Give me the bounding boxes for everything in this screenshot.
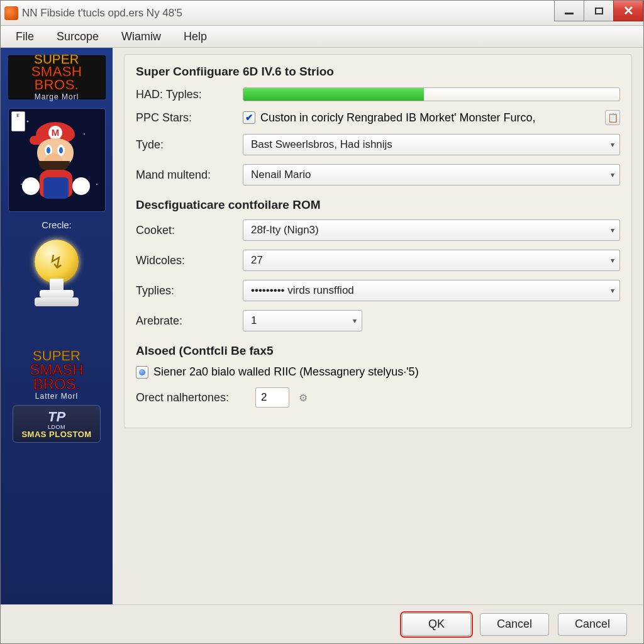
row-tyde: Tyde: Bast Sweerlsbros, Had ishnijs ▾ xyxy=(136,134,620,155)
menu-file[interactable]: File xyxy=(4,28,45,46)
widcoles-label: Widcoles: xyxy=(136,254,243,267)
tyde-label: Tyde: xyxy=(136,138,243,152)
row-orect: Orect nalhertones: 2 ⚙ xyxy=(136,387,620,408)
menu-wiamiw[interactable]: Wiamiw xyxy=(110,28,172,46)
cancel2-label: Cаncel xyxy=(575,618,610,631)
tyde-value: Bast Sweerlsbros, Had ishnijs xyxy=(251,138,392,151)
window-title: NN Fibside t'tucls opd.ers Ny 48'5 xyxy=(22,7,182,19)
logo-line2: SMASH BROS. xyxy=(8,65,106,92)
menubar: File Surcope Wiamiw Help xyxy=(1,26,643,48)
logo2-line3: Latter Morl xyxy=(8,393,106,400)
siener-radio[interactable] xyxy=(136,366,148,379)
logo-line3: Marge Morl xyxy=(35,94,79,101)
app-icon xyxy=(4,6,18,20)
typlies-value: ••••••••• virds runsffiod xyxy=(251,284,354,297)
arebrate-label: Arebrate: xyxy=(136,314,243,328)
orect-label: Orect nalhertones: xyxy=(136,391,255,404)
cooket-value: 28f-Ity (Nign3) xyxy=(251,224,319,236)
orect-input[interactable]: 2 xyxy=(255,387,289,408)
sidebar-crecle-label: Crecle: xyxy=(42,219,72,230)
chevron-down-icon: ▾ xyxy=(611,226,614,235)
main-panel: Super Confiiguare 6D IV.6 to Strioo HAD:… xyxy=(113,48,643,604)
chevron-down-icon: ▾ xyxy=(353,316,357,325)
tyde-select[interactable]: Bast Sweerlsbros, Had ishnijs ▾ xyxy=(243,134,620,155)
logo2-line2: SMASH BROS. xyxy=(8,363,106,392)
row-siener: Siener 2a0 bialo walled RIIC (Messagnery… xyxy=(136,365,620,379)
widcoles-select[interactable]: 27 ▾ xyxy=(243,250,620,271)
minimize-button[interactable] xyxy=(554,1,584,21)
info-icon[interactable]: 📋 xyxy=(605,110,620,125)
progress-fill xyxy=(243,88,424,101)
platform-badge: TP LDOM SMAS PLOSTOM xyxy=(13,405,101,443)
typlies-select[interactable]: ••••••••• virds runsffiod ▾ xyxy=(243,280,620,301)
mario-icon: M xyxy=(22,119,91,201)
chevron-down-icon: ▾ xyxy=(611,256,614,265)
ppc-label: PPC Stars: xyxy=(136,111,243,125)
had-label: HAD: Typles: xyxy=(136,88,243,101)
window: NN Fibside t'tucls opd.ers Ny 48'5 ✕ Fil… xyxy=(0,0,644,644)
ppc-checkbox[interactable]: ✔ xyxy=(243,111,255,124)
settings-icon[interactable]: ⚙ xyxy=(294,390,312,405)
badge-line3: SMAS PLOSTOM xyxy=(21,430,91,438)
ok-button[interactable]: QK xyxy=(402,613,471,636)
menu-surcope[interactable]: Surcope xyxy=(45,28,110,46)
chevron-down-icon: ▾ xyxy=(611,170,614,179)
trophy-image: ↯ xyxy=(19,236,94,312)
chevron-down-icon: ▾ xyxy=(611,140,614,149)
sidebar: SUPER SMASH BROS. Marge Morl E M Crecle: xyxy=(1,48,113,604)
mand-value: Nenail Mario xyxy=(251,169,311,181)
dialog-footer: QK Cаncel Cаncel xyxy=(1,604,643,643)
ppc-text: Custon in coricly Rengrabed IB Morket' M… xyxy=(260,111,600,125)
row-cooket: Cooket: 28f-Ity (Nign3) ▾ xyxy=(136,219,620,241)
badge-line1: TP xyxy=(48,410,65,424)
menu-help[interactable]: Help xyxy=(172,28,218,46)
ok-label: QK xyxy=(428,618,445,631)
section3-title: Alsoed (Contfcli Be fax5 xyxy=(136,344,620,358)
arebrate-select[interactable]: 1 ▾ xyxy=(243,310,362,331)
row-widcoles: Widcoles: 27 ▾ xyxy=(136,250,620,271)
section1-title: Super Confiiguare 6D IV.6 to Strioo xyxy=(136,65,620,79)
cooket-label: Cooket: xyxy=(136,224,243,237)
row-had-typles: HAD: Typles: xyxy=(136,87,620,101)
row-mand: Mand multend: Nenail Mario ▾ xyxy=(136,164,620,186)
progress-bar xyxy=(243,87,620,101)
cancel1-label: Cаncel xyxy=(497,618,532,631)
close-button[interactable]: ✕ xyxy=(613,1,643,21)
arebrate-value: 1 xyxy=(251,314,257,327)
section2-title: Descfiguaticare contfoilare ROM xyxy=(136,198,620,212)
orect-value: 2 xyxy=(261,391,267,404)
titlebar: NN Fibside t'tucls opd.ers Ny 48'5 ✕ xyxy=(1,1,643,26)
game-logo-bottom: SUPER SMASH BROS. Latter Morl xyxy=(8,350,106,394)
chevron-down-icon: ▾ xyxy=(611,286,614,295)
widcoles-value: 27 xyxy=(251,254,263,267)
siener-label: Siener 2a0 bialo walled RIIC (Messagnery… xyxy=(153,365,620,379)
row-typlies: Typlies: ••••••••• virds runsffiod ▾ xyxy=(136,280,620,301)
row-arebrate: Arebrate: 1 ▾ xyxy=(136,310,620,331)
mand-label: Mand multend: xyxy=(136,169,243,182)
typlies-label: Typlies: xyxy=(136,284,243,297)
body: SUPER SMASH BROS. Marge Morl E M Crecle: xyxy=(1,48,643,604)
cover-art: E M xyxy=(8,108,106,212)
window-controls: ✕ xyxy=(555,1,643,21)
settings-group: Super Confiiguare 6D IV.6 to Strioo HAD:… xyxy=(124,54,632,428)
maximize-button[interactable] xyxy=(584,1,614,21)
cancel-button-1[interactable]: Cаncel xyxy=(480,613,549,636)
cooket-select[interactable]: 28f-Ity (Nign3) ▾ xyxy=(243,219,620,241)
cancel-button-2[interactable]: Cаncel xyxy=(558,613,627,636)
mand-select[interactable]: Nenail Mario ▾ xyxy=(243,164,620,186)
row-ppc-stars: PPC Stars: ✔ Custon in coricly Rengrabed… xyxy=(136,110,620,125)
game-logo-top: SUPER SMASH BROS. Marge Morl xyxy=(8,55,106,99)
